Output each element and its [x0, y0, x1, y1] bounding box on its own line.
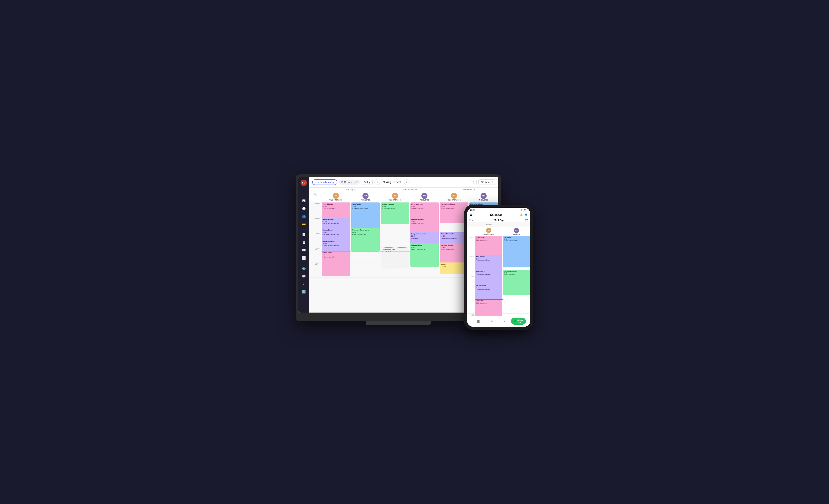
sidebar-icon-settings[interactable]: ⚙️	[300, 265, 307, 272]
week-view-button[interactable]: 📅 Week ▾	[478, 179, 495, 185]
chevron-down-icon-2: ▾	[492, 181, 493, 183]
phone-nav-home[interactable]: ○	[491, 319, 493, 323]
battery-icon: 🔋	[521, 209, 523, 211]
scene: BM ☰ 📅 🕐 👥 💳 📄 📋 📧 📊 ⚙️ 🎲 ★ ℹ️	[296, 174, 533, 330]
sidebar-icon-clock[interactable]: 🕐	[300, 205, 307, 212]
toolbar: + + New booking ⊞ Resources ▾ Today ‹ 26…	[309, 177, 498, 187]
phone-avatar-nick: NJ	[514, 228, 519, 233]
provider-row-thursday: ST Sara Thompson NJ Nick Jones	[439, 192, 498, 202]
phone-nav-bars[interactable]: |||	[477, 319, 480, 323]
sidebar-icon-notes[interactable]: 📋	[300, 239, 307, 246]
prev-button[interactable]: ‹	[374, 179, 380, 185]
date-range: 26 Aug - 1 Sept	[382, 181, 402, 184]
phone-prev-btn[interactable]: ‹	[492, 219, 492, 221]
time-slot-09: 09:00	[309, 217, 321, 232]
provider-name-sara-thu: Sara Thompson	[447, 199, 461, 201]
search-zoom-icon[interactable]: 🔍	[314, 193, 317, 196]
phone-hour-10: 10:00	[467, 275, 475, 294]
phone-menu-icon[interactable]: ☰	[470, 213, 472, 216]
time-slot-12: 12:00	[309, 262, 321, 278]
sidebar-divider-2	[300, 263, 307, 263]
event-manyano[interactable]: Manyano Tshangana 09:45 Video Consultati…	[351, 228, 380, 252]
calendar-header: 🔍 Tuesday 27 ST Sara Thompson	[309, 187, 498, 202]
sidebar-icon-mail[interactable]: 📧	[300, 247, 307, 254]
nick-tuesday-col[interactable]: Kate Wells 08:00 Follow-up consultation …	[351, 202, 380, 313]
battery-percent: 88%	[524, 209, 527, 211]
provider-col-sara-tue: ST Sara Thompson	[321, 192, 351, 202]
phone-calendar-grid-icon[interactable]: 📅	[525, 219, 528, 222]
resources-button[interactable]: ⊞ Resources ▾	[339, 180, 360, 185]
phone-sara-day[interactable]: Tumi Dlamini 08:00 Initial consultation …	[475, 236, 503, 316]
phone: 11:44 ▪▪▪ 🔋 88% ☰ Calendar 🔔 👤 ⊞	[464, 205, 533, 330]
phone-provider-sara: ST Sara Thompson	[475, 228, 503, 235]
event-louise-hodges[interactable]: Louise Hodges 08:00 Video Consultation	[381, 203, 409, 224]
sidebar-icon-users[interactable]: 👥	[300, 213, 307, 220]
phone-event-kate[interactable]: Kate Wells 08:00 Follow-up consultation	[503, 236, 530, 267]
provider-col-sara-wed: ST Sara Thompson	[381, 192, 410, 202]
nick-wednesday-col[interactable]: Clive Lourens 08:00 Initial consultation…	[410, 202, 439, 313]
phone-events-area: Tumi Dlamini 08:00 Initial consultation …	[475, 236, 530, 316]
event-imtiaaz[interactable]: Imtiaaz Khan 10:45 Video Consultation	[410, 244, 439, 267]
provider-row-tuesday: ST Sara Thompson NJ Nick Jones	[321, 192, 380, 202]
today-button[interactable]: Today	[362, 180, 373, 185]
phone-view-icon[interactable]: ⊞	[469, 219, 471, 221]
sidebar-icon-menu[interactable]: ☰	[300, 189, 307, 196]
current-time-line-2	[381, 251, 410, 251]
sidebar-icon-reports[interactable]: 📊	[300, 254, 307, 261]
event-kate-wells[interactable]: Kate Wells 08:00 Follow-up consultation	[351, 203, 380, 229]
time-slot-11: 11:00	[309, 247, 321, 262]
provider-col-nick-thu: NJ Nick Jones	[469, 192, 498, 202]
phone-event-garth[interactable]: Garth Smith 11:15 Initial consultation	[475, 299, 502, 316]
phone-date-range: 26 - 1 Sept	[494, 219, 504, 221]
phone-day-label: Tuesday 27	[484, 224, 495, 226]
quick-start-button[interactable]: 🚀 Quick start	[511, 318, 526, 325]
phone-status-right: ▪▪▪ 🔋 88%	[518, 209, 527, 211]
more-options-button[interactable]: ⋮	[471, 179, 477, 185]
phone-person-icon[interactable]: 👤	[525, 213, 528, 216]
phone-view-chevron[interactable]: ▾	[472, 219, 473, 221]
phone-event-didi[interactable]: Didi Robertson 10:30 Follow-up consultat…	[475, 285, 502, 299]
sara-wednesday-col[interactable]: Louise Hodges 08:00 Video Consultation R…	[381, 202, 410, 313]
phone-bell-icon[interactable]: 🔔	[520, 213, 523, 216]
phone-time-col: 08:00 09:00 10:00 11:00 12:00	[467, 236, 475, 316]
phone-nav-back[interactable]: ‹	[504, 319, 505, 323]
sidebar-icon-billing[interactable]: 💳	[300, 221, 307, 227]
phone-event-manyano-phone[interactable]: Manyano Tshangana 09:45 Video Consultati…	[503, 270, 530, 295]
plus-icon: +	[315, 181, 317, 183]
event-running-errand[interactable]: Running errand 11:00 - 12:30	[381, 247, 409, 269]
sidebar-icon-calendar[interactable]: 📅	[300, 197, 307, 204]
calendar-icon: 📅	[481, 181, 484, 183]
event-garth-smith[interactable]: Garth Smith 11:15 Initial consultation	[322, 251, 350, 276]
phone-header: ☰ Calendar 🔔 👤	[467, 212, 530, 218]
phone-nick-day[interactable]: Kate Wells 08:00 Follow-up consultation …	[503, 236, 531, 316]
phone-next-btn[interactable]: ›	[506, 219, 506, 221]
time-slot-10: 10:00	[309, 232, 321, 247]
tuesday-cols: Tumi Dlamini 08:00 Initial consultation …	[321, 202, 380, 313]
phone-hour-12: 12:00	[467, 314, 475, 316]
sidebar-icon-star[interactable]: ★	[300, 281, 307, 288]
sara-tuesday-col[interactable]: Tumi Dlamini 08:00 Initial consultation …	[321, 202, 351, 313]
sidebar-icon-integrations[interactable]: 🎲	[300, 273, 307, 280]
day-label-tuesday: Tuesday 27	[321, 187, 380, 192]
phone-event-tumi[interactable]: Tumi Dlamini 08:00 Initial consultation	[475, 236, 502, 258]
user-avatar[interactable]: BM	[300, 180, 307, 186]
phone-hour-11: 11:00	[467, 294, 475, 314]
next-button[interactable]: ›	[404, 179, 409, 185]
new-booking-button[interactable]: + + New booking	[312, 179, 337, 185]
sidebar-icon-info[interactable]: ℹ️	[300, 288, 307, 295]
toolbar-right: ⋮ 📅 Week ▾	[471, 179, 495, 185]
day-group-tuesday: Tuesday 27 ST Sara Thompson NJ Nick Jone…	[321, 187, 380, 202]
phone-grid: 08:00 09:00 10:00 11:00 12:00 Tumi Dlami…	[467, 236, 530, 316]
grid-icon: ⊞	[341, 181, 343, 183]
current-time-line	[321, 251, 351, 251]
provider-name-sara-wed: Sara Thompson	[388, 199, 401, 201]
avatar-nick-thu: NJ	[480, 193, 486, 199]
day-group-wednesday: Wednesday 28 ST Sara Thompson NJ Nick Jo…	[380, 187, 439, 202]
time-slot-08: 08:00	[309, 202, 321, 217]
phone-provider-header: ST Sara Thompson NJ Nick Jones	[467, 227, 530, 236]
avatar-nick-tue: NJ	[362, 193, 368, 199]
phone-event-susan[interactable]: Susan Fourie 09:45 Follow-up consultatio…	[475, 270, 502, 286]
phone-header-icons: 🔔 👤	[520, 213, 528, 216]
sidebar-icon-docs[interactable]: 📄	[300, 231, 307, 238]
phone-calendar-title: Calendar	[490, 213, 502, 216]
